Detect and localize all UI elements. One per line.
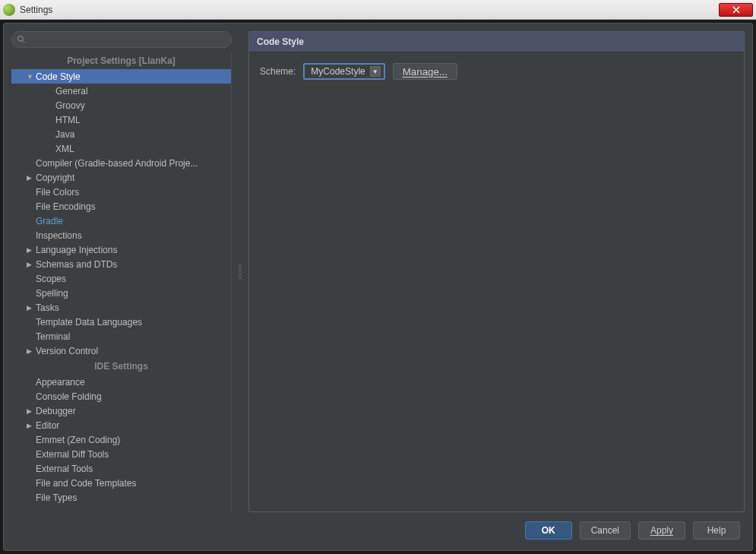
chevron-right-icon[interactable]: ▶ bbox=[27, 422, 36, 429]
panel-body: Scheme: MyCodeStyle ▼ Manage... bbox=[249, 52, 744, 511]
split-handle[interactable] bbox=[238, 31, 242, 512]
tree-item-label: Editor bbox=[36, 420, 59, 431]
tree-item[interactable]: Spelling bbox=[11, 286, 231, 300]
tree-item-label: XML bbox=[55, 144, 74, 154]
tree-item-label: Debugger bbox=[36, 406, 76, 416]
section-header-ide: IDE Settings bbox=[11, 358, 231, 375]
tree-item[interactable]: Compiler (Gradle-based Android Proje... bbox=[11, 156, 231, 170]
tree-item[interactable]: ▶Editor bbox=[11, 418, 231, 432]
tree-item[interactable]: Appearance bbox=[11, 375, 231, 389]
tree-item-label: Compiler (Gradle-based Android Proje... bbox=[36, 158, 198, 169]
tree-item[interactable]: File Encodings bbox=[11, 199, 231, 214]
tree-item-label: Gradle bbox=[36, 216, 63, 226]
tree-item[interactable]: Gradle bbox=[11, 214, 231, 228]
tree-item-label: Emmet (Zen Coding) bbox=[36, 435, 120, 445]
scheme-row: Scheme: MyCodeStyle ▼ Manage... bbox=[260, 63, 733, 80]
tree-item[interactable]: ▶Schemas and DTDs bbox=[11, 257, 231, 271]
svg-point-0 bbox=[18, 36, 24, 42]
cancel-button[interactable]: Cancel bbox=[580, 521, 631, 540]
tree-item[interactable]: External Diff Tools bbox=[11, 447, 231, 461]
tree-item[interactable]: Groovy bbox=[11, 98, 231, 112]
scheme-label: Scheme: bbox=[260, 66, 296, 77]
panel-title: Code Style bbox=[249, 32, 744, 52]
tree-item-label: Code Style bbox=[36, 71, 81, 82]
tree-item[interactable]: Emmet (Zen Coding) bbox=[11, 432, 231, 447]
search-icon bbox=[17, 35, 26, 44]
close-icon bbox=[732, 6, 740, 14]
svg-line-1 bbox=[23, 41, 25, 43]
tree-item-label: General bbox=[55, 86, 88, 97]
search-field-wrap[interactable] bbox=[11, 31, 232, 48]
tree-item-label: Groovy bbox=[55, 100, 85, 111]
settings-tree[interactable]: Project Settings [LianKa] ▼Code StyleGen… bbox=[11, 52, 232, 512]
tree-item[interactable]: ▶Tasks bbox=[11, 300, 231, 315]
tree-item-label: HTML bbox=[55, 115, 81, 125]
tree-item-label: Copyright bbox=[36, 173, 74, 183]
tree-item-label: External Tools bbox=[36, 464, 93, 474]
chevron-right-icon[interactable]: ▶ bbox=[27, 246, 36, 254]
tree-item[interactable]: Console Folding bbox=[11, 389, 231, 404]
left-panel: Project Settings [LianKa] ▼Code StyleGen… bbox=[11, 31, 232, 512]
tree-item-label: Schemas and DTDs bbox=[36, 259, 117, 270]
dialog-content: Project Settings [LianKa] ▼Code StyleGen… bbox=[3, 23, 753, 551]
tree-item[interactable]: Terminal bbox=[11, 329, 231, 343]
tree-item-label: File Encodings bbox=[36, 201, 96, 212]
scheme-select[interactable]: MyCodeStyle ▼ bbox=[303, 63, 384, 80]
tree-item[interactable]: ▶Language Injections bbox=[11, 242, 231, 257]
tree-item[interactable]: File Colors bbox=[11, 185, 231, 199]
apply-button[interactable]: Apply bbox=[638, 521, 685, 540]
tree-item-label: Spelling bbox=[36, 288, 68, 299]
tree-item[interactable]: External Tools bbox=[11, 461, 231, 476]
app-icon bbox=[3, 4, 15, 16]
search-input[interactable] bbox=[29, 34, 226, 45]
apply-label: Apply bbox=[650, 525, 673, 536]
manage-label: Manage... bbox=[403, 66, 448, 78]
chevron-right-icon[interactable]: ▶ bbox=[27, 304, 36, 312]
window-title: Settings bbox=[20, 5, 719, 15]
help-button[interactable]: Help bbox=[693, 521, 740, 540]
tree-item[interactable]: ▶Copyright bbox=[11, 170, 231, 185]
tree-item-label: Tasks bbox=[36, 302, 59, 313]
main-area: Project Settings [LianKa] ▼Code StyleGen… bbox=[4, 24, 752, 512]
tree-item[interactable]: ▶Version Control bbox=[11, 343, 231, 358]
close-button[interactable] bbox=[719, 3, 753, 17]
tree-item[interactable]: Scopes bbox=[11, 271, 231, 286]
tree-item-label: Scopes bbox=[36, 274, 66, 284]
titlebar: Settings bbox=[0, 0, 756, 20]
tree-item[interactable]: Template Data Languages bbox=[11, 315, 231, 329]
right-panel: Code Style Scheme: MyCodeStyle ▼ Manage.… bbox=[248, 31, 745, 512]
tree-item-label: Inspections bbox=[36, 230, 82, 241]
button-bar: OK Cancel Apply Help bbox=[4, 512, 752, 550]
tree-item-label: Template Data Languages bbox=[36, 317, 142, 328]
tree-item[interactable]: ▶Debugger bbox=[11, 404, 231, 418]
tree-item[interactable]: Java bbox=[11, 127, 231, 141]
tree-item[interactable]: File Types bbox=[11, 490, 231, 505]
section-header-project: Project Settings [LianKa] bbox=[11, 52, 231, 69]
tree-item-label: Terminal bbox=[36, 331, 70, 342]
tree-item-label: Appearance bbox=[36, 377, 85, 388]
chevron-right-icon[interactable]: ▶ bbox=[27, 347, 36, 355]
tree-item-label: File Colors bbox=[36, 187, 79, 198]
chevron-right-icon[interactable]: ▶ bbox=[27, 407, 36, 415]
tree-item[interactable]: HTML bbox=[11, 112, 231, 127]
tree-item-label: File and Code Templates bbox=[36, 478, 137, 489]
tree-item[interactable]: XML bbox=[11, 141, 231, 156]
tree-item[interactable]: Inspections bbox=[11, 228, 231, 242]
chevron-right-icon[interactable]: ▶ bbox=[27, 261, 36, 268]
scheme-value: MyCodeStyle bbox=[311, 66, 365, 77]
tree-item-label: Language Injections bbox=[36, 245, 117, 255]
tree-item-label: Version Control bbox=[36, 346, 98, 356]
tree-item-label: External Diff Tools bbox=[36, 449, 109, 460]
tree-item[interactable]: General bbox=[11, 84, 231, 98]
manage-button[interactable]: Manage... bbox=[393, 63, 457, 80]
chevron-right-icon[interactable]: ▶ bbox=[27, 174, 36, 182]
ok-button[interactable]: OK bbox=[525, 521, 572, 540]
grip-icon bbox=[239, 264, 242, 280]
tree-item[interactable]: File and Code Templates bbox=[11, 476, 231, 490]
tree-item-label: Console Folding bbox=[36, 391, 102, 402]
tree-item[interactable]: ▼Code Style bbox=[11, 69, 231, 84]
chevron-down-icon[interactable]: ▼ bbox=[27, 73, 36, 81]
tree-item-label: File Types bbox=[36, 492, 77, 503]
tree-item-label: Java bbox=[55, 129, 74, 140]
chevron-down-icon: ▼ bbox=[370, 66, 381, 77]
